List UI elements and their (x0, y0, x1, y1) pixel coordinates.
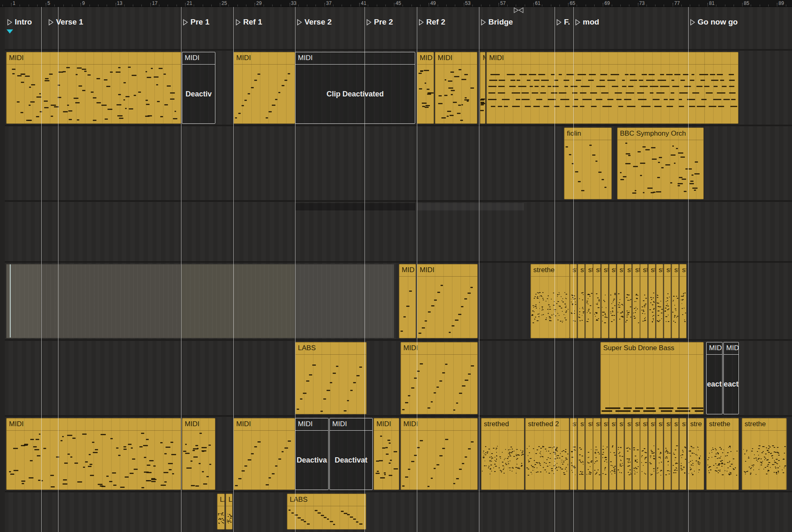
clip-title: st (633, 264, 639, 277)
arrangement-marker-pre-1[interactable]: Pre 1 (182, 18, 209, 27)
arrangement-marker-bridge[interactable]: Bridge (480, 18, 513, 27)
midi-clip[interactable]: st (601, 264, 609, 338)
midi-clip[interactable]: st (679, 264, 687, 338)
deactivated-clip[interactable]: MIDeact (723, 342, 739, 414)
midi-clip[interactable]: st (609, 418, 616, 490)
clip-title: MID (417, 52, 434, 65)
midi-clip[interactable]: st (585, 418, 593, 490)
midi-clip[interactable]: MIDI (374, 418, 399, 490)
midi-clip[interactable]: M (480, 52, 485, 124)
midi-clip[interactable]: MIDI (486, 52, 738, 124)
frozen-clip[interactable] (181, 264, 295, 338)
midi-clip[interactable]: st (648, 418, 656, 490)
midi-clip[interactable]: strethe (530, 264, 570, 338)
midi-clip[interactable]: st (577, 418, 585, 490)
arrangement-marker-verse-1[interactable]: Verse 1 (48, 18, 83, 27)
midi-clip[interactable]: LABS (287, 494, 366, 530)
marker-label: Ref 2 (426, 18, 445, 27)
clip-notes (217, 506, 224, 529)
ruler-bar-number: 17 (152, 0, 157, 6)
arrangement-marker-intro[interactable]: Intro (7, 18, 32, 27)
midi-clip[interactable]: MIDI (6, 418, 181, 490)
midi-clip[interactable]: BBC Symphony Orch (617, 127, 704, 199)
midi-clip[interactable]: st (671, 418, 679, 490)
locator-row[interactable]: IntroVerse 1Pre 1Ref 1Verse 2Pre 2Ref 2B… (0, 7, 792, 38)
midi-clip[interactable]: st (640, 418, 647, 490)
track-lane-3[interactable] (0, 202, 792, 263)
song-start-marker[interactable] (7, 29, 13, 34)
midi-clip[interactable]: st (648, 264, 656, 338)
midi-clip[interactable]: MID (417, 52, 434, 124)
section-guide-line (417, 7, 417, 532)
deactivated-clip[interactable]: MIDIClip Deactivated (295, 52, 415, 124)
midi-clip[interactable]: st (624, 418, 632, 490)
clip-title: MID (707, 342, 722, 355)
frozen-clip[interactable] (6, 264, 41, 338)
midi-clip[interactable]: st (656, 264, 663, 338)
clip-title: MIDI (487, 52, 738, 65)
midi-clip[interactable]: LA (226, 494, 233, 530)
frozen-clip[interactable] (41, 264, 181, 338)
clip-title: st (672, 418, 678, 431)
midi-clip[interactable]: st (609, 264, 616, 338)
midi-clip[interactable]: st (617, 264, 624, 338)
deactivated-clip[interactable]: MIDeact (706, 342, 723, 414)
marker-label: Verse 2 (304, 18, 332, 27)
midi-clip[interactable]: stre (687, 418, 704, 490)
midi-clip[interactable]: MIDI (233, 52, 295, 124)
midi-clip[interactable]: MIDI (233, 418, 295, 490)
loop-region-icon[interactable] (513, 7, 524, 15)
marker-label: Intro (15, 18, 32, 27)
midi-clip[interactable]: strethe (706, 418, 739, 490)
midi-clip[interactable]: LA (217, 494, 225, 530)
midi-clip[interactable]: st (632, 264, 640, 338)
clip-notes (742, 431, 786, 490)
arrangement-marker-verse-2[interactable]: Verse 2 (296, 18, 332, 27)
midi-clip[interactable]: strethed (481, 418, 524, 490)
midi-clip[interactable]: st (640, 264, 647, 338)
arrangement-marker-go-now-go[interactable]: Go now go (689, 18, 738, 27)
midi-clip[interactable]: MIDI (435, 52, 477, 124)
midi-clip[interactable]: st (585, 264, 593, 338)
track-separator (0, 339, 792, 341)
deactivated-clip[interactable]: MIDIDeactiva (295, 418, 329, 490)
arrangement-marker-f-[interactable]: F. (556, 18, 570, 27)
midi-clip[interactable]: fiolin (564, 127, 612, 199)
midi-clip[interactable]: MIDI (417, 264, 478, 338)
midi-clip[interactable]: MIDI (400, 342, 478, 414)
midi-clip[interactable]: LABS (295, 342, 367, 414)
midi-clip[interactable]: st (664, 264, 671, 338)
midi-clip[interactable]: st (671, 264, 679, 338)
deactivated-clip[interactable]: MIDIDeactiv (182, 52, 215, 124)
arrangement-marker-ref-2[interactable]: Ref 2 (418, 18, 445, 27)
deactivated-clip[interactable]: MIDIDeactivat (329, 418, 373, 490)
midi-clip[interactable]: st (593, 264, 600, 338)
midi-clip[interactable]: st (617, 418, 624, 490)
arrangement-marker-mod[interactable]: mod (575, 18, 599, 27)
midi-clip[interactable]: strethe (742, 418, 787, 490)
clip-notes (617, 140, 703, 199)
timeline-ruler[interactable]: 1591317212529333741454953576165697377818… (0, 0, 792, 7)
midi-clip[interactable]: st (656, 418, 663, 490)
midi-clip[interactable]: st (632, 418, 640, 490)
midi-clip[interactable]: st (577, 264, 585, 338)
arrangement-marker-ref-1[interactable]: Ref 1 (235, 18, 262, 27)
midi-clip[interactable]: strethed 2 (525, 418, 569, 490)
midi-clip[interactable]: st (679, 418, 687, 490)
midi-clip[interactable]: st (601, 418, 609, 490)
section-guide-line (41, 7, 42, 532)
midi-clip[interactable]: MIDI (400, 418, 478, 490)
midi-clip[interactable]: MIDI (6, 52, 181, 124)
midi-clip[interactable]: MIDI (182, 418, 215, 490)
arrangement-marker-pre-2[interactable]: Pre 2 (366, 18, 393, 27)
midi-clip[interactable]: st (624, 264, 632, 338)
midi-clip[interactable]: st (593, 418, 600, 490)
clip-notes (531, 277, 569, 338)
track-lane-7[interactable] (0, 492, 792, 532)
midi-clip[interactable]: MID (399, 264, 416, 338)
marker-label: Verse 1 (56, 18, 83, 27)
clip-notes (602, 277, 608, 338)
frozen-clip[interactable] (295, 264, 394, 338)
clip-notes (7, 431, 181, 490)
midi-clip[interactable]: st (664, 418, 671, 490)
